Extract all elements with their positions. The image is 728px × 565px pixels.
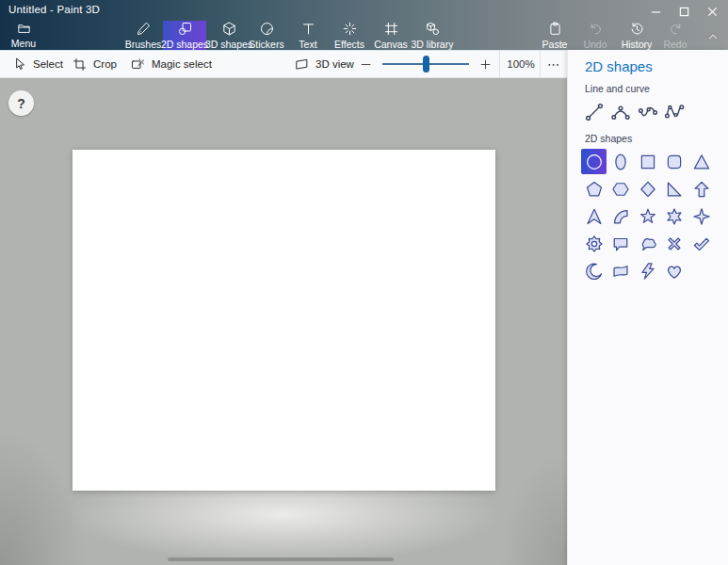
help-button[interactable]: ?: [8, 90, 34, 116]
shape-oval[interactable]: [608, 149, 634, 174]
toolbar: Select Crop Magic select 3D view 100% ⋯: [0, 50, 567, 78]
shape-circle[interactable]: [581, 149, 607, 174]
shape-quarter-curve[interactable]: [608, 203, 634, 229]
ribbon-action-label: Paste: [542, 39, 568, 50]
zoom-slider-thumb[interactable]: [423, 56, 429, 73]
3d-view-label: 3D view: [315, 58, 354, 70]
crop-label: Crop: [93, 58, 117, 70]
shape-diamond[interactable]: [635, 176, 660, 202]
shape-checkmark[interactable]: [688, 232, 714, 257]
crop-icon: [72, 56, 88, 73]
shape-burst[interactable]: [581, 232, 607, 257]
collapse-ribbon-button[interactable]: [702, 26, 724, 47]
shape-lightning[interactable]: [635, 259, 660, 284]
window-title: Untitled - Paint 3D: [8, 4, 100, 15]
zoom-level-button[interactable]: 100%: [502, 51, 540, 77]
quarter-curve-icon: [610, 206, 631, 227]
2d-shapes-icon: [177, 21, 193, 37]
maximize-button[interactable]: [670, 0, 698, 23]
diamond-icon: [638, 179, 658, 200]
more-options-button[interactable]: ⋯: [542, 51, 565, 77]
ribbon-tab-brushes[interactable]: Brushes: [124, 21, 162, 50]
drawing-canvas[interactable]: [73, 150, 495, 491]
shape-arrow-up[interactable]: [688, 176, 714, 202]
checkmark-icon: [691, 234, 712, 254]
canvas-icon: [383, 21, 399, 37]
ribbon-tab-2d-shapes[interactable]: 2D shapes: [163, 21, 206, 50]
tool-curve[interactable]: [608, 99, 634, 124]
shape-banner[interactable]: [608, 259, 634, 284]
zoom-slider[interactable]: [382, 51, 469, 77]
ribbon-tab-canvas[interactable]: Canvas: [373, 21, 409, 50]
star-6-icon: [664, 206, 685, 227]
ribbon-tab-label: 2D shapes: [161, 39, 208, 50]
effects-icon: [342, 21, 358, 37]
ribbon-tab-label: 3D shapes: [205, 39, 252, 50]
ribbon-tab-3d-shapes[interactable]: 3D shapes: [207, 21, 251, 50]
magic-select-label: Magic select: [152, 58, 212, 70]
ribbon-tab-label: Text: [299, 39, 316, 50]
ribbon-action-paste[interactable]: Paste: [536, 21, 574, 50]
panel-title: 2D shapes: [585, 58, 653, 74]
crop-tool[interactable]: Crop: [72, 51, 117, 77]
3d-view-icon: [294, 56, 310, 73]
paste-icon: [547, 21, 563, 37]
ribbon-tab-label: Canvas: [374, 39, 408, 50]
zoom-in-button[interactable]: [476, 51, 494, 77]
pentagon-icon: [584, 179, 605, 200]
select-tool[interactable]: Select: [11, 51, 63, 77]
minus-icon: [359, 57, 373, 72]
chevron-up-icon: [706, 30, 720, 43]
shape-star-5[interactable]: [635, 203, 660, 229]
tool-wave[interactable]: [635, 99, 660, 124]
shape-star-6[interactable]: [662, 203, 688, 229]
shape-hexagon[interactable]: [608, 176, 634, 202]
shape-speech-bubble[interactable]: [608, 232, 634, 257]
magic-select-tool[interactable]: Magic select: [130, 51, 212, 77]
horizontal-scrollbar[interactable]: [168, 557, 394, 561]
ribbon-tab-label: Effects: [334, 39, 364, 50]
ribbon-tab-label: Brushes: [125, 39, 162, 50]
close-button[interactable]: [698, 0, 726, 23]
tool-line[interactable]: [581, 99, 607, 124]
thought-bubble-icon: [638, 234, 658, 254]
ribbon-action-undo[interactable]: Undo: [576, 21, 614, 50]
menu-label: Menu: [11, 38, 36, 49]
shape-pentagon[interactable]: [581, 176, 607, 202]
shape-thought-bubble[interactable]: [635, 232, 660, 257]
shape-crescent[interactable]: [581, 259, 607, 284]
shape-square[interactable]: [635, 149, 660, 174]
maximize-icon: [679, 7, 689, 17]
shape-triangle[interactable]: [688, 149, 714, 174]
ribbon-tab-stickers[interactable]: Stickers: [249, 21, 284, 50]
ribbon-tab-text[interactable]: Text: [291, 21, 325, 50]
ribbon-action-redo[interactable]: Redo: [656, 21, 694, 50]
shape-star-4[interactable]: [688, 203, 714, 229]
shapes-section-label: 2D shapes: [585, 133, 632, 144]
paint3d-window: { "window": { "title": "Untitled - Paint…: [0, 0, 728, 565]
shape-pointer-arrow[interactable]: [581, 203, 607, 229]
redo-icon: [668, 21, 684, 37]
shape-heart[interactable]: [662, 259, 688, 284]
menu-button[interactable]: Menu: [4, 21, 43, 49]
toolbar-divider: [540, 51, 541, 77]
shape-rounded-square[interactable]: [662, 149, 688, 174]
minimize-button[interactable]: [641, 0, 670, 23]
ribbon-action-history[interactable]: History: [616, 21, 657, 50]
stickers-icon: [259, 21, 275, 37]
zoom-out-button[interactable]: [356, 51, 375, 77]
heart-icon: [664, 261, 685, 282]
ribbon-tab-3d-library[interactable]: 3D library: [411, 21, 454, 50]
toolbar-divider: [499, 51, 500, 77]
ribbon-action-label: History: [622, 39, 653, 50]
tool-double-wave[interactable]: [662, 99, 688, 124]
magic-select-icon: [130, 56, 146, 73]
banner-icon: [610, 261, 631, 282]
3d-view-tool[interactable]: 3D view: [294, 51, 354, 77]
arrow-up-icon: [691, 179, 712, 200]
ribbon-tab-effects[interactable]: Effects: [332, 21, 367, 50]
shape-right-triangle[interactable]: [662, 176, 688, 202]
shape-cross[interactable]: [662, 232, 688, 257]
menu-icon: [16, 21, 32, 36]
minimize-icon: [651, 7, 661, 17]
